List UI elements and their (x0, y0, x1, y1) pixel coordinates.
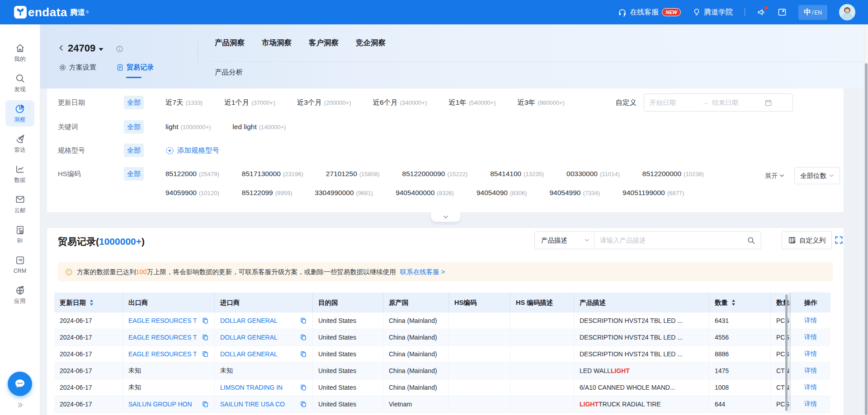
detail-link[interactable]: 详情 (804, 400, 817, 408)
importer-link[interactable]: LIMSON TRADING IN (220, 384, 283, 391)
detail-link[interactable]: 详情 (804, 350, 817, 358)
copy-icon[interactable] (300, 350, 307, 358)
hs-code-option[interactable]: 85122000(25479) (165, 170, 219, 178)
keyword-filter-option[interactable]: led light(140000+) (232, 123, 286, 131)
sidebar-item-数据[interactable]: 数据 (5, 161, 34, 187)
custom-date-label[interactable]: 自定义 (616, 98, 637, 107)
user-avatar[interactable] (839, 4, 855, 20)
chat-bubble-button[interactable] (8, 372, 32, 396)
back-button[interactable] (58, 44, 65, 51)
date-filter-option[interactable]: 近1年(540000+) (448, 98, 495, 107)
language-toggle[interactable]: 中 / EN (798, 5, 827, 20)
detail-link[interactable]: 详情 (804, 367, 817, 375)
hs-code-option[interactable]: 27101250(15808) (326, 170, 380, 178)
detail-link[interactable]: 详情 (804, 383, 817, 392)
fullscreen-icon[interactable] (834, 235, 844, 245)
importer-link[interactable]: DOLLAR GENERAL (220, 317, 278, 324)
screen-expand-icon[interactable] (778, 8, 787, 17)
hs-code-option[interactable]: 00330000(11014) (566, 170, 620, 178)
add-spec-button[interactable]: 添加规格型号 (165, 146, 219, 155)
importer-link[interactable]: SAILUN TIRE USA CO (220, 401, 285, 408)
search-icon[interactable] (747, 236, 755, 245)
tab-客户洞察[interactable]: 客户洞察 (309, 38, 339, 48)
plan-tab-方案设置[interactable]: 方案设置 (59, 63, 96, 78)
product-search-input[interactable] (594, 237, 747, 244)
hs-code-option[interactable]: 85122099(9959) (242, 189, 292, 197)
copy-icon[interactable] (202, 334, 209, 341)
date-range-picker[interactable]: → (644, 93, 793, 112)
custom-columns-button[interactable]: 自定义列 (782, 231, 832, 249)
start-date-input[interactable] (650, 99, 698, 106)
plan-id-selector[interactable]: 24709 (68, 42, 104, 54)
page-scrollbar-thumb[interactable] (865, 63, 868, 415)
plan-tab-贸易记录[interactable]: 贸易记录 (116, 63, 154, 78)
sort-carets-icon[interactable] (731, 299, 736, 306)
date-filter-option[interactable]: 近3年(980000+) (518, 98, 565, 107)
hs-code-option[interactable]: 94054990(7334) (549, 189, 600, 197)
date-filter-option[interactable]: 近1个月(37000+) (224, 98, 275, 107)
sidebar-item-洞察[interactable]: 洞察 (5, 100, 34, 126)
importer-link[interactable]: DOLLAR GENERAL (220, 350, 278, 358)
date-filter-option[interactable]: 近6个月(340000+) (373, 98, 427, 107)
sidebar-item-我的[interactable]: 我的 (5, 40, 34, 66)
copy-icon[interactable] (202, 317, 209, 324)
filter-label-date: 更新日期 (58, 98, 97, 107)
sidebar-item-BI[interactable]: BIBI (5, 221, 34, 247)
hs-code-option[interactable]: 8512200000(10238) (642, 170, 704, 178)
exporter-link[interactable]: EAGLE RESOURCES T (128, 317, 197, 324)
hs-code-option[interactable]: 94059900(10120) (165, 189, 219, 197)
copy-icon[interactable] (300, 384, 307, 391)
copy-icon[interactable] (202, 401, 209, 408)
sidebar-item-云邮[interactable]: 云邮 (5, 191, 34, 217)
detail-link[interactable]: 详情 (804, 317, 817, 325)
academy-link[interactable]: 腾道学院 (693, 8, 733, 17)
date-filter-option[interactable]: 近7天(1333) (165, 98, 203, 107)
tab-产品洞察[interactable]: 产品洞察 (215, 38, 245, 48)
hs-expand-toggle[interactable]: 展开 (765, 172, 784, 180)
table-vertical-scrollbar[interactable] (785, 294, 788, 411)
sidebar-item-雷达[interactable]: 雷达 (5, 131, 34, 157)
hs-code-option[interactable]: 3304990000(9681) (315, 189, 373, 197)
date-filter-option[interactable]: 近3个月(200000+) (297, 98, 351, 107)
search-field-select[interactable]: 产品描述 (535, 232, 594, 249)
date-all-chip[interactable]: 全部 (124, 96, 144, 109)
sidebar-item-应用[interactable]: 应用 (5, 282, 34, 308)
hs-digits-select[interactable]: 全部位数 (794, 167, 840, 184)
sort-carets-icon[interactable] (90, 299, 94, 306)
filter-collapse-tab[interactable] (431, 212, 460, 222)
hs-code-option[interactable]: 9405400000(8326) (396, 189, 454, 197)
page-scrollbar[interactable] (864, 24, 868, 415)
copy-icon[interactable] (300, 334, 307, 341)
keyword-all-chip[interactable]: 全部 (124, 120, 144, 134)
online-service-link[interactable]: 在线客服 NEW (618, 8, 681, 17)
hs-code-option[interactable]: 94054090(8306) (476, 189, 527, 197)
sidebar-collapse-button[interactable] (15, 401, 24, 409)
copy-icon[interactable] (300, 317, 307, 324)
info-icon[interactable] (116, 45, 123, 53)
copy-icon[interactable] (202, 350, 209, 358)
hs-all-chip[interactable]: 全部 (124, 167, 144, 181)
tab-市场洞察[interactable]: 市场洞察 (262, 38, 292, 48)
detail-link[interactable]: 详情 (804, 333, 817, 341)
hs-code-option[interactable]: 85122000090(15222) (402, 170, 468, 178)
sidebar-item-CRM[interactable]: CRM (5, 252, 34, 278)
hs-code-option[interactable]: 85414100(13235) (490, 170, 544, 178)
copy-icon[interactable] (300, 401, 307, 408)
tab-product-analysis[interactable]: 产品分析 (215, 68, 243, 77)
exporter-link[interactable]: SAILUN GROUP HON (128, 401, 192, 408)
sidebar-item-发现[interactable]: 发现 (5, 70, 34, 96)
hs-code-option[interactable]: 94051199000(6877) (623, 189, 684, 197)
column-header-数量[interactable]: 数量 (709, 293, 771, 312)
tendata-logo[interactable]: endata 腾道 ® (14, 5, 89, 19)
column-header-更新日期[interactable]: 更新日期 (54, 293, 123, 312)
importer-link[interactable]: DOLLAR GENERAL (220, 334, 278, 341)
end-date-input[interactable] (712, 99, 761, 106)
exporter-link[interactable]: EAGLE RESOURCES T (128, 334, 197, 341)
hs-code-option[interactable]: 8517130000(23196) (242, 170, 303, 178)
announcement-icon[interactable] (757, 8, 766, 17)
spec-all-chip[interactable]: 全部 (124, 144, 144, 157)
exporter-link[interactable]: EAGLE RESOURCES T (128, 350, 197, 358)
tab-竞企洞察[interactable]: 竞企洞察 (356, 38, 386, 48)
contact-service-link[interactable]: 联系在线客服 > (400, 268, 445, 275)
keyword-filter-option[interactable]: light(1000000+) (165, 123, 211, 131)
